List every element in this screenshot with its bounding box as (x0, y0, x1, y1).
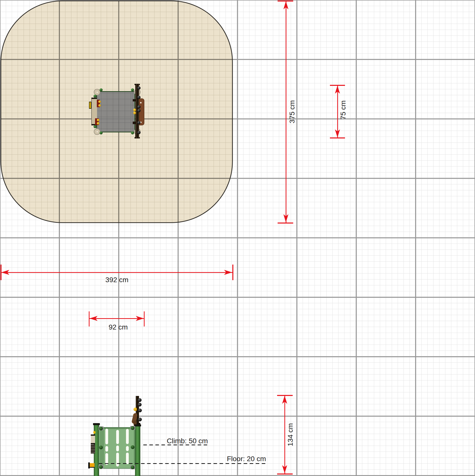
dimension-equipment-height: 134 cm (0, 0, 475, 476)
dimension-line (284, 395, 285, 473)
dimension-tick (277, 395, 293, 396)
technical-drawing-canvas: Climb: 50 cm Floor: 20 cm 375 cm 75 cm 3… (0, 0, 475, 476)
dimension-tick (277, 473, 293, 474)
dimension-label: 134 cm (286, 423, 294, 446)
